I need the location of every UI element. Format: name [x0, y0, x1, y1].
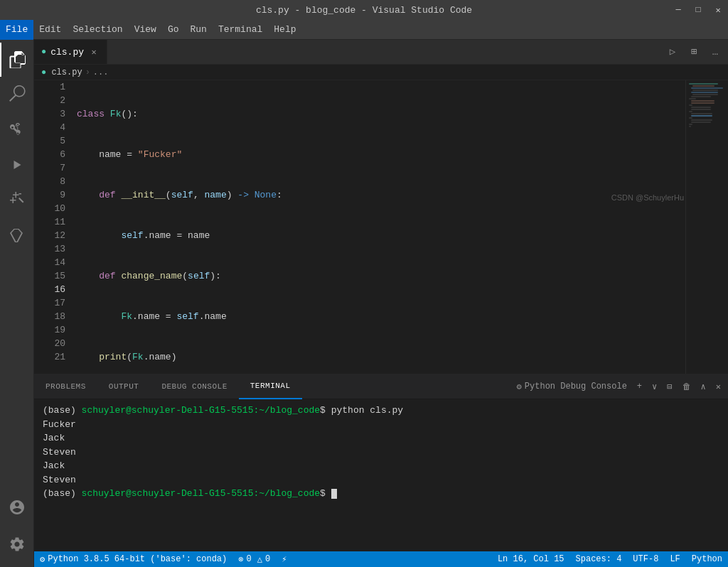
status-encoding[interactable]: UTF-8 [627, 551, 664, 567]
active-tab[interactable]: ● cls.py ✕ [34, 40, 107, 64]
explorer-icon[interactable] [0, 43, 34, 77]
code-line-4: self.name = name [77, 229, 685, 242]
status-errors[interactable]: ⊗ 0 △ 0 [232, 551, 276, 567]
title-bar: cls.py - blog_code - Visual Studio Code … [0, 0, 728, 20]
menu-selection[interactable]: Selection [67, 20, 128, 40]
close-icon: ✕ [716, 382, 721, 392]
status-language[interactable]: Python [686, 551, 728, 567]
status-left: ⚙ Python 3.8.5 64-bit ('base': conda) ⊗ … [34, 551, 292, 567]
status-position[interactable]: Ln 16, Col 15 [492, 551, 570, 567]
warnings-count: 0 [265, 554, 270, 564]
split-terminal-button[interactable]: ⊟ [663, 380, 676, 394]
source-control-icon[interactable] [0, 114, 34, 148]
terminal-dropdown-button[interactable]: ∨ [648, 380, 661, 394]
code-line-7: print(Fk.name) [77, 350, 685, 364]
extensions-icon[interactable] [0, 182, 34, 216]
code-line-6: Fk.name = self.name [77, 310, 685, 323]
terminal-output-jack1: Jack [43, 431, 719, 446]
line-num-21: 21 [34, 350, 65, 364]
run-icon: ⚡ [282, 554, 287, 565]
menu-file[interactable]: File [0, 20, 33, 40]
spaces-label: Spaces: 4 [576, 554, 622, 564]
python-icon: ⚙ [40, 554, 45, 565]
tab-output[interactable]: OUTPUT [97, 374, 151, 399]
test-icon[interactable] [0, 219, 34, 253]
terminal-content[interactable]: (base) schuyler@schuyler-Dell-G15-5515:~… [34, 399, 728, 551]
encoding-label: UTF-8 [633, 554, 658, 564]
kill-terminal-button[interactable]: 🗑 [678, 380, 695, 394]
chevron-down-icon: ∨ [652, 382, 657, 392]
gear-icon: ⚙ [517, 382, 522, 392]
line-num-16: 16 [34, 283, 65, 296]
main-layout: ● cls.py ✕ ▷ ⊞ … ● cls.py › ... 1 2 3 [0, 40, 728, 567]
position-label: Ln 16, Col 15 [498, 554, 564, 564]
run-button[interactable]: ▷ [663, 42, 682, 62]
tab-problems[interactable]: PROBLEMS [34, 374, 97, 399]
tab-file-icon: ● [41, 47, 46, 57]
menu-help[interactable]: Help [268, 20, 301, 40]
line-num-5: 5 [34, 134, 65, 148]
line-numbers: 1 2 3 4 5 6 7 8 9 10 11 12 13 14 15 16 1… [34, 80, 71, 374]
minimap [685, 80, 728, 374]
minimize-button[interactable]: ─ [668, 0, 688, 20]
status-python-env[interactable]: ⚙ Python 3.8.5 64-bit ('base': conda) [34, 551, 232, 567]
run-debug-activity-icon[interactable] [0, 148, 34, 182]
terminal-output-jack2: Jack [43, 459, 719, 473]
status-bar: ⚙ Python 3.8.5 64-bit ('base': conda) ⊗ … [34, 551, 728, 567]
tab-bar: ● cls.py ✕ ▷ ⊞ … [34, 40, 728, 65]
line-num-6: 6 [34, 148, 65, 161]
settings-icon[interactable] [0, 527, 34, 561]
more-actions-button[interactable]: … [705, 42, 725, 62]
menu-view[interactable]: View [129, 20, 162, 40]
line-num-18: 18 [34, 310, 65, 323]
terminal-output-steven1: Steven [43, 446, 719, 460]
line-endings-label: LF [670, 554, 680, 564]
status-line-endings[interactable]: LF [664, 551, 685, 567]
window-title: cls.py - blog_code - Visual Studio Code [256, 5, 472, 16]
python-debug-console-label: ⚙ Python Debug Console [513, 380, 631, 394]
menu-edit[interactable]: Edit [33, 20, 67, 40]
add-terminal-button[interactable]: + [633, 380, 646, 393]
terminal-output-fucker: Fucker [43, 418, 719, 432]
tab-close-button[interactable]: ✕ [88, 46, 100, 58]
split-editor-button[interactable]: ⊞ [684, 42, 704, 62]
line-num-20: 20 [34, 337, 65, 350]
line-num-11: 11 [34, 215, 65, 229]
window-controls[interactable]: ─ □ ✕ [668, 0, 728, 20]
language-label: Python [692, 554, 722, 564]
status-run[interactable]: ⚡ [276, 551, 292, 567]
error-icon: ⊗ [238, 554, 243, 565]
close-button[interactable]: ✕ [708, 0, 728, 20]
line-num-7: 7 [34, 161, 65, 175]
chevron-up-icon: ∧ [701, 382, 706, 392]
panel-title-label: Python Debug Console [525, 382, 627, 392]
errors-count: 0 [247, 554, 252, 564]
menu-terminal[interactable]: Terminal [213, 20, 268, 40]
maximize-button[interactable]: □ [688, 0, 708, 20]
menu-bar: File Edit Selection View Go Run Terminal… [0, 20, 728, 40]
code-line-5: def change_name(self): [77, 269, 685, 283]
tab-terminal[interactable]: TERMINAL [239, 374, 302, 399]
terminal-cursor [331, 489, 337, 499]
terminal-line-1: (base) schuyler@schuyler-Dell-G15-5515:~… [43, 404, 719, 418]
line-num-3: 3 [34, 107, 65, 121]
close-panel-button[interactable]: ✕ [712, 380, 725, 394]
status-spaces[interactable]: Spaces: 4 [570, 551, 628, 567]
tab-filename: cls.py [50, 47, 84, 58]
breadcrumb-file[interactable]: ● cls.py [41, 68, 82, 77]
status-right: Ln 16, Col 15 Spaces: 4 UTF-8 LF Python [492, 551, 728, 567]
code-line-1: class Fk(): [77, 107, 685, 121]
maximize-panel-button[interactable]: ∧ [697, 380, 710, 394]
terminal-tabs: PROBLEMS OUTPUT DEBUG CONSOLE TERMINAL ⚙… [34, 374, 728, 399]
line-num-12: 12 [34, 229, 65, 242]
account-icon[interactable] [0, 490, 34, 524]
tab-debug-console[interactable]: DEBUG CONSOLE [150, 374, 238, 399]
menu-run[interactable]: Run [184, 20, 212, 40]
menu-go[interactable]: Go [162, 20, 185, 40]
search-activity-icon[interactable] [0, 77, 34, 111]
line-num-17: 17 [34, 296, 65, 310]
line-num-4: 4 [34, 121, 65, 134]
line-num-2: 2 [34, 94, 65, 107]
code-area[interactable]: class Fk(): name = "Fucker" def __init__… [71, 80, 685, 374]
line-num-15: 15 [34, 269, 65, 283]
